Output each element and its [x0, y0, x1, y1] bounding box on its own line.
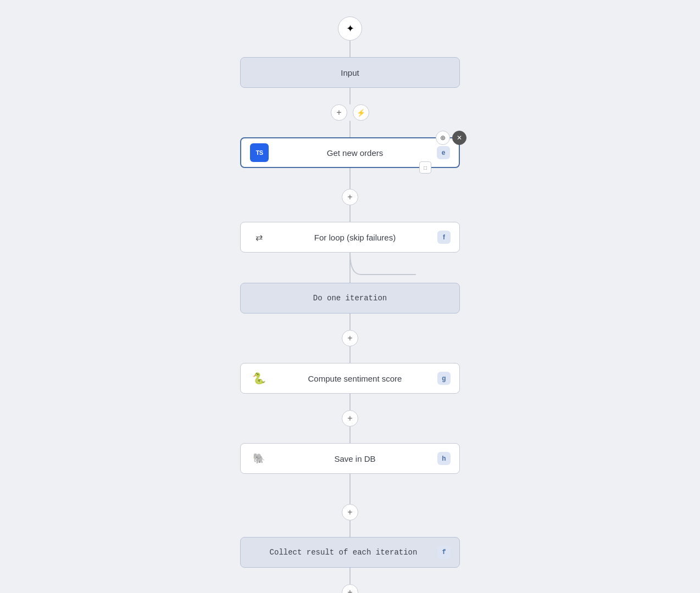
collect-result-badge: f [437, 546, 451, 559]
curve-connector-1 [224, 253, 476, 283]
connector-line-7 [349, 346, 351, 363]
get-new-orders-wrapper: TS Get new orders e ⊕ ✕ □ [240, 137, 460, 168]
add-button-4[interactable]: + [342, 410, 358, 427]
add-button-3[interactable]: + [342, 330, 358, 346]
database-icon: 🐘 [249, 449, 268, 468]
for-loop-node[interactable]: ⇄ For loop (skip failures) f [240, 222, 460, 253]
loop-icon: ⇄ [249, 228, 268, 247]
connector-line-11 [349, 568, 351, 584]
for-loop-badge: f [437, 231, 451, 244]
add-button-6[interactable]: + [342, 584, 358, 593]
magic-icon: ✦ [346, 23, 354, 35]
get-new-orders-node[interactable]: TS Get new orders e ⊕ ✕ □ [240, 137, 460, 168]
get-new-orders-badge: e [437, 146, 450, 159]
square-icon: □ [424, 165, 427, 171]
save-in-db-node[interactable]: 🐘 Save in DB h [240, 443, 460, 474]
connector-line-1 [349, 41, 351, 57]
python-icon: 🐍 [249, 369, 268, 388]
move-button[interactable]: ⊕ [436, 131, 450, 145]
lightning-icon: ⚡ [357, 109, 365, 117]
connector-line-8 [349, 394, 351, 410]
plus-icon-6: + [347, 588, 352, 593]
plus-icon-2: + [347, 192, 352, 202]
expand-button[interactable]: □ [419, 161, 431, 174]
plus-icon-3: + [347, 333, 352, 343]
close-icon: ✕ [457, 134, 462, 142]
magic-icon-button[interactable]: ✦ [338, 16, 362, 41]
connector-line-4 [349, 168, 351, 189]
for-loop-label: For loop (skip failures) [273, 233, 437, 242]
workflow-canvas: ✦ Input + ⚡ TS Get new orders e ⊕ [0, 0, 700, 593]
close-button[interactable]: ✕ [452, 131, 466, 145]
save-in-db-badge: h [437, 452, 451, 465]
compute-sentiment-node[interactable]: 🐍 Compute sentiment score g [240, 363, 460, 394]
add-button-2[interactable]: + [342, 189, 358, 205]
get-new-orders-label: Get new orders [273, 148, 437, 158]
add-button-1[interactable]: + [331, 104, 347, 121]
do-one-iteration-node[interactable]: Do one iteration [240, 283, 460, 314]
move-icon: ⊕ [440, 134, 446, 142]
curve-connector-2 [224, 474, 476, 504]
collect-result-label: Collect result of each iteration [249, 548, 437, 557]
connector-line-10 [349, 521, 351, 537]
connector-line-9 [349, 427, 351, 443]
typescript-icon: TS [250, 143, 269, 162]
plus-icon-5: + [347, 507, 352, 517]
add-button-5[interactable]: + [342, 504, 358, 521]
input-node[interactable]: Input [240, 57, 460, 88]
save-in-db-label: Save in DB [273, 454, 437, 463]
connector-line-5 [349, 205, 351, 222]
connector-line-2 [349, 88, 351, 104]
add-trigger-row: + ⚡ [331, 104, 369, 121]
do-one-iteration-label: Do one iteration [249, 294, 451, 303]
input-node-label: Input [249, 68, 451, 77]
compute-sentiment-badge: g [437, 372, 451, 385]
trigger-button[interactable]: ⚡ [353, 104, 369, 121]
node-controls: ⊕ ✕ [436, 131, 466, 145]
connector-line-6 [349, 314, 351, 330]
plus-icon-1: + [336, 108, 341, 118]
connector-line-3 [349, 121, 351, 137]
plus-icon-4: + [347, 413, 352, 423]
collect-result-node[interactable]: Collect result of each iteration f [240, 537, 460, 568]
compute-sentiment-label: Compute sentiment score [273, 374, 437, 383]
